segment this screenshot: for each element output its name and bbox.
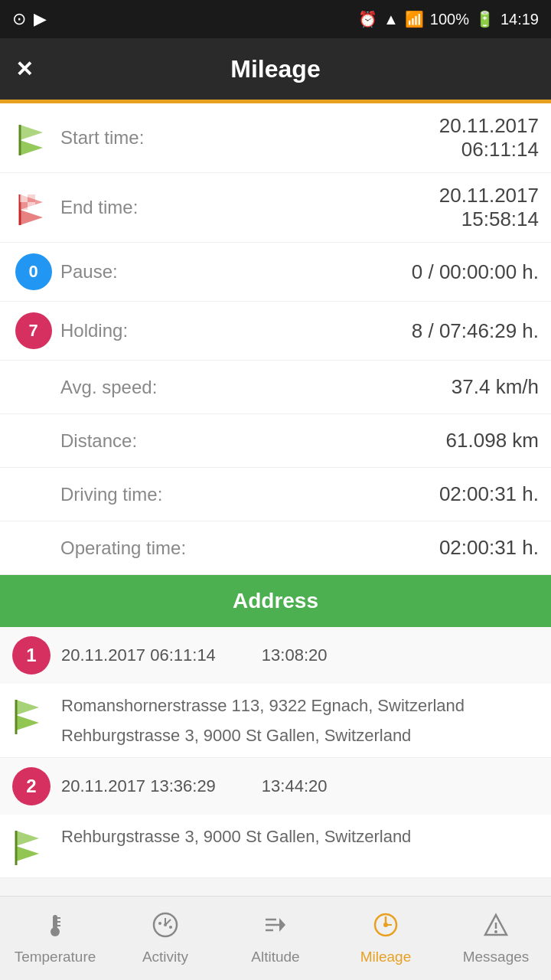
avg-speed-value: 37.4 km/h: [355, 375, 539, 399]
pause-value: 0 / 00:00:00 h.: [355, 260, 539, 284]
activity-icon: [152, 912, 178, 944]
driving-time-value: 02:00:31 h.: [355, 482, 539, 506]
svg-point-26: [169, 926, 172, 929]
avg-speed-row: Avg. speed: 37.4 km/h: [0, 361, 551, 414]
addr-time-row-1: 1 20.11.2017 06:11:14 13:08:20: [0, 627, 551, 684]
circle-icon: ⊙: [12, 9, 26, 29]
battery-icon: 🔋: [475, 10, 494, 28]
driving-time-label: Driving time:: [12, 484, 355, 505]
addr-to-1: Rehburgstrasse 3, 9000 St Gallen, Switze…: [61, 723, 465, 748]
nav-temperature-label: Temperature: [15, 949, 96, 965]
operating-time-value: 02:00:31 h.: [355, 536, 539, 560]
scroll-area: Start time: 20.11.201706:11:14 End time:…: [0, 103, 551, 970]
start-time-row: Start time: 20.11.201706:11:14: [0, 103, 551, 173]
svg-point-17: [51, 927, 60, 936]
driving-time-row: Driving time: 02:00:31 h.: [0, 468, 551, 521]
svg-marker-4: [20, 210, 43, 225]
avg-speed-label: Avg. speed:: [12, 377, 355, 398]
svg-point-37: [494, 930, 497, 933]
battery-percent: 100%: [430, 11, 469, 28]
nav-messages[interactable]: Messages: [441, 897, 551, 980]
addr-from-1: Romanshornerstrasse 113, 9322 Egnach, Sw…: [61, 693, 465, 718]
addr-end-time-1: 13:08:20: [262, 645, 328, 665]
svg-rect-9: [28, 202, 35, 210]
holding-badge-icon: 7: [12, 312, 54, 349]
svg-marker-14: [16, 846, 39, 861]
clock: 14:19: [500, 11, 539, 28]
svg-marker-13: [16, 831, 39, 846]
addr-start-time-1: 20.11.2017 06:11:14: [61, 645, 216, 665]
signal-icon: 📶: [405, 10, 424, 28]
nav-activity[interactable]: Activity: [110, 897, 220, 980]
nav-altitude[interactable]: Altitude: [220, 897, 331, 980]
svg-marker-1: [20, 140, 43, 155]
distance-row: Distance: 61.098 km: [0, 414, 551, 468]
pause-row: 0 Pause: 0 / 00:00:00 h.: [0, 243, 551, 302]
start-time-value: 20.11.201706:11:14: [355, 114, 539, 162]
nav-activity-label: Activity: [142, 949, 188, 965]
addr-start-time-2: 20.11.2017 13:36:29: [61, 776, 216, 796]
close-button[interactable]: ✕: [15, 57, 33, 82]
pause-badge: 0: [15, 253, 52, 290]
addr-times-2: 20.11.2017 13:36:29 13:44:20: [61, 776, 328, 796]
end-time-label: End time:: [54, 197, 355, 218]
status-bar: ⊙ ▶ ⏰ ▲ 📶 100% 🔋 14:19: [0, 0, 551, 38]
svg-line-23: [165, 920, 171, 925]
play-icon: ▶: [34, 9, 47, 29]
addr-from-2: Rehburgstrasse 3, 9000 St Gallen, Switze…: [61, 824, 411, 849]
nav-mileage-label: Mileage: [360, 949, 412, 965]
svg-marker-10: [16, 700, 39, 715]
addr-end-time-2: 13:44:20: [262, 776, 328, 796]
addr-text-1: Romanshornerstrasse 113, 9322 Egnach, Sw…: [61, 693, 465, 748]
wifi-icon: ▲: [383, 11, 399, 28]
nav-messages-label: Messages: [463, 949, 530, 965]
addr-flag-2: [12, 827, 51, 868]
page-title: Mileage: [230, 55, 320, 83]
nav-temperature[interactable]: Temperature: [0, 897, 110, 980]
holding-row: 7 Holding: 8 / 07:46:29 h.: [0, 302, 551, 361]
pause-badge-icon: 0: [12, 253, 54, 290]
distance-value: 61.098 km: [355, 429, 539, 452]
addr-badge-1: 1: [12, 636, 51, 675]
operating-time-row: Operating time: 02:00:31 h.: [0, 521, 551, 575]
pause-label: Pause:: [54, 261, 355, 283]
addr-text-2: Rehburgstrasse 3, 9000 St Gallen, Switze…: [61, 824, 411, 849]
holding-value: 8 / 07:46:29 h.: [355, 319, 539, 343]
address-entry-1: 1 20.11.2017 06:11:14 13:08:20 Romanshor…: [0, 627, 551, 758]
thermometer-icon: [42, 912, 68, 944]
info-section: Start time: 20.11.201706:11:14 End time:…: [0, 103, 551, 575]
nav-altitude-label: Altitude: [251, 949, 299, 965]
address-entry-2: 2 20.11.2017 13:36:29 13:44:20 Rehburgst…: [0, 758, 551, 878]
end-flag-icon: [12, 191, 54, 225]
start-time-label: Start time:: [54, 127, 355, 149]
nav-mileage[interactable]: Mileage: [331, 897, 441, 980]
svg-marker-0: [20, 125, 43, 140]
addr-detail-1: Romanshornerstrasse 113, 9322 Egnach, Sw…: [0, 684, 551, 757]
address-section-header: Address: [0, 575, 551, 627]
end-time-row: End time: 20.11.201715:58:14: [0, 173, 551, 243]
mileage-icon: [373, 912, 399, 944]
messages-icon: [483, 912, 509, 944]
holding-badge: 7: [15, 312, 52, 349]
svg-marker-30: [279, 918, 285, 932]
addr-flag-1: [12, 696, 51, 737]
header: ✕ Mileage: [0, 38, 551, 100]
svg-marker-11: [16, 715, 39, 730]
addr-detail-2: Rehburgstrasse 3, 9000 St Gallen, Switze…: [0, 815, 551, 877]
addr-badge-2: 2: [12, 767, 51, 805]
addr-time-row-2: 2 20.11.2017 13:36:29 13:44:20: [0, 758, 551, 815]
status-right-icons: ⏰ ▲ 📶 100% 🔋 14:19: [358, 10, 539, 28]
svg-rect-6: [20, 194, 28, 202]
distance-label: Distance:: [12, 430, 355, 452]
end-time-value: 20.11.201715:58:14: [355, 184, 539, 231]
svg-rect-16: [53, 915, 57, 929]
start-flag-icon: [12, 121, 54, 155]
svg-rect-7: [28, 194, 35, 202]
altitude-icon: [262, 912, 289, 944]
svg-rect-8: [20, 202, 28, 210]
addr-times-1: 20.11.2017 06:11:14 13:08:20: [61, 645, 328, 665]
svg-point-25: [158, 922, 161, 925]
alarm-icon: ⏰: [358, 10, 377, 28]
bottom-nav: Temperature Activity Altitude: [0, 896, 551, 980]
holding-label: Holding:: [54, 320, 355, 341]
